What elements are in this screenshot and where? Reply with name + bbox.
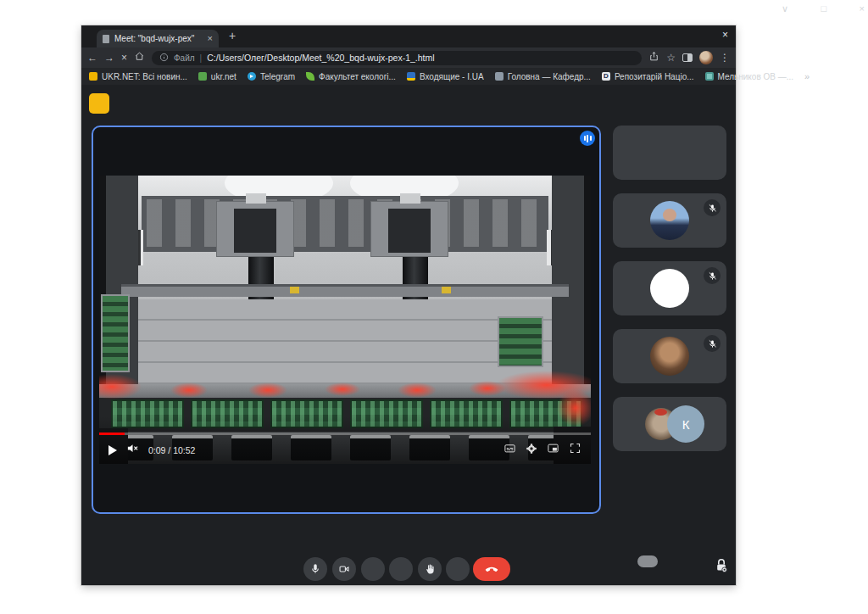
participant-tile-woman[interactable]	[613, 329, 726, 383]
avatar	[650, 269, 689, 308]
youtube-player[interactable]: 0:09 / 10:52	[99, 176, 591, 464]
bookmark-label: Входящие - I.UA	[420, 72, 484, 81]
stop-button[interactable]: ×	[121, 53, 127, 63]
desktop-window-controls: ∨ □ ×	[782, 3, 865, 14]
bookmark-favicon	[89, 72, 97, 81]
miniplayer-icon[interactable]	[547, 442, 559, 458]
bookmark-melnikov[interactable]: Мельников ОВ —...	[705, 72, 794, 81]
bookmark-faculty[interactable]: Факультет екологі...	[306, 72, 396, 81]
bookmark-favicon	[705, 72, 714, 81]
avatar-initial: К	[667, 405, 704, 443]
back-button[interactable]: ←	[87, 53, 97, 63]
meet-page: 0:09 / 10:52 К	[81, 85, 736, 585]
video-progress-bar[interactable]	[99, 433, 591, 435]
play-icon[interactable]	[108, 445, 117, 455]
fullscreen-icon[interactable]	[569, 442, 581, 458]
settings-gear-icon[interactable]	[526, 443, 537, 458]
control-button[interactable]	[389, 557, 413, 581]
video-progress-played	[99, 433, 125, 435]
bookmark-label: Головна — Кафедр...	[508, 72, 591, 81]
desktop-close-icon[interactable]: ×	[860, 3, 865, 14]
toggle-pill[interactable]	[637, 555, 658, 567]
forward-button[interactable]: →	[104, 53, 114, 63]
tab-strip: Meet: "bqd-wujx-pex" × + ×	[81, 25, 736, 47]
leaf-icon	[306, 72, 314, 81]
bookmarks-bar: UKR.NET: Всі новин... ukr.net Telegram Ф…	[81, 68, 736, 85]
participant-tile-empty[interactable]	[613, 126, 726, 180]
control-button[interactable]	[361, 557, 385, 581]
browser-toolbar: ← → × Файл | C:/Users/Олег/Desktop/Meet_…	[81, 47, 736, 68]
new-tab-button[interactable]: +	[229, 29, 236, 42]
hang-up-button[interactable]	[473, 557, 510, 581]
participant-tile-man[interactable]	[613, 193, 726, 248]
desktop-maximize-icon[interactable]: □	[821, 3, 826, 14]
bookmark-label: Факультет екологі...	[319, 72, 396, 81]
bookmark-label: Мельников ОВ —...	[718, 72, 794, 81]
side-panel-icon[interactable]	[682, 53, 693, 62]
tab-title: Meet: "bqd-wujx-pex"	[114, 34, 203, 43]
profile-avatar[interactable]	[699, 51, 713, 64]
browser-window: Meet: "bqd-wujx-pex" × + × ← → × Файл | …	[81, 25, 736, 585]
page-favicon	[103, 35, 109, 43]
mic-muted-icon	[704, 267, 721, 284]
participant-tile-group[interactable]: К	[613, 397, 726, 451]
bookmark-favicon	[198, 72, 207, 81]
raise-hand-button[interactable]	[418, 557, 442, 581]
bookmark-star-icon[interactable]: ☆	[666, 52, 676, 64]
bookmark-label: UKR.NET: Всі новин...	[102, 72, 187, 81]
video-controls: 0:09 / 10:52	[99, 436, 591, 464]
subtitles-icon[interactable]	[504, 442, 516, 458]
bookmark-favicon	[495, 72, 504, 81]
address-scheme-label: Файл	[174, 53, 195, 63]
home-icon[interactable]	[134, 50, 145, 65]
control-button[interactable]	[446, 557, 470, 581]
host-lock-icon[interactable]	[715, 558, 728, 577]
bookmark-label: ukr.net	[211, 72, 236, 81]
volume-muted-icon[interactable]	[126, 442, 139, 458]
avatar	[650, 337, 689, 376]
meet-logo-square	[89, 93, 109, 114]
video-time: 0:09 / 10:52	[148, 445, 195, 455]
avatar	[650, 201, 689, 240]
window-close-icon[interactable]: ×	[722, 30, 728, 40]
bookmark-department-home[interactable]: Головна — Кафедр...	[495, 72, 591, 81]
bookmarks-overflow-chevron[interactable]: »	[804, 71, 810, 81]
bookmark-favicon	[407, 72, 415, 81]
camera-button[interactable]	[332, 557, 356, 581]
bookmark-label: Telegram	[260, 72, 295, 81]
presentation-tile[interactable]: 0:09 / 10:52	[92, 126, 601, 514]
bookmark-repository[interactable]: Репозитарій Націо...	[602, 72, 694, 81]
bookmark-iua-inbox[interactable]: Входящие - I.UA	[407, 72, 484, 81]
browser-tab[interactable]: Meet: "bqd-wujx-pex" ×	[97, 30, 219, 47]
browser-menu-icon[interactable]: ⋮	[720, 52, 730, 64]
address-url: C:/Users/Олег/Desktop/Meet_%20_bqd-wujx-…	[207, 53, 434, 63]
share-icon[interactable]	[648, 50, 659, 65]
telegram-icon	[248, 72, 256, 81]
address-bar[interactable]: Файл | C:/Users/Олег/Desktop/Meet_%20_bq…	[152, 51, 642, 65]
bookmark-telegram[interactable]: Telegram	[248, 72, 295, 81]
mic-muted-icon	[704, 199, 721, 216]
mic-muted-icon	[704, 335, 721, 352]
bookmark-ukrnet[interactable]: ukr.net	[198, 72, 236, 81]
participant-tile-blank-avatar[interactable]	[613, 261, 726, 315]
tab-close-icon[interactable]: ×	[208, 34, 213, 43]
desktop-chevron-icon[interactable]: ∨	[782, 3, 788, 14]
bookmark-ukrnet-news[interactable]: UKR.NET: Всі новин...	[89, 72, 187, 81]
info-icon[interactable]	[159, 51, 169, 65]
initial-letter: К	[682, 417, 690, 432]
address-separator: |	[200, 53, 203, 63]
bookmark-favicon	[602, 72, 610, 81]
audio-playing-indicator-icon[interactable]	[580, 131, 595, 146]
bookmark-label: Репозитарій Націо...	[615, 72, 694, 81]
mic-button[interactable]	[303, 557, 327, 581]
